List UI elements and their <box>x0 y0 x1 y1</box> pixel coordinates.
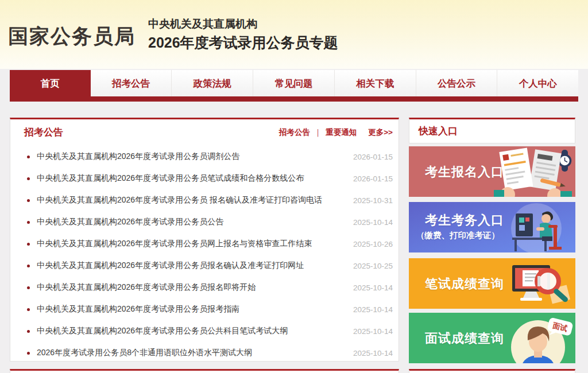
list-item: 中央机关及其直属机构2026年度考试录用公务员 报名确认及准考证打印咨询电话 2… <box>10 189 399 211</box>
bullet-icon <box>27 243 30 246</box>
list-item: 中央机关及其直属机构2026年度考试录用公务员报名即将开始 2025-10-14 <box>10 277 399 298</box>
announcement-date: 2026-01-15 <box>353 153 393 161</box>
bullet-icon <box>27 286 30 289</box>
list-item: 中央机关及其直属机构2026年度考试录用公务员笔试成绩和合格分数线公布 2026… <box>10 168 399 189</box>
bullet-icon <box>27 265 30 267</box>
announcements-tab-link[interactable]: 招考公告 <box>279 127 310 138</box>
tab-notices[interactable]: 公告公示 <box>416 70 498 96</box>
announcement-date: 2025-10-14 <box>353 283 393 292</box>
announcement-link[interactable]: 2026年度考试录用公务员8个非通用语职位外语水平测试大纲 <box>37 348 346 358</box>
bullet-icon <box>27 177 30 180</box>
list-item: 中央机关及其直属机构2026年度考试录用公务员公共科目笔试考试大纲 2025-1… <box>10 320 399 342</box>
nav-bottom-strip <box>10 96 578 102</box>
tab-faq[interactable]: 常见问题 <box>253 70 335 96</box>
registration-papers-icon <box>489 146 575 197</box>
tab-home[interactable]: 首页 <box>10 70 91 96</box>
announcement-date: 2025-10-14 <box>353 349 393 358</box>
list-item: 中央机关及其直属机构2026年度考试录用公务员报考指南 2025-10-14 <box>10 298 399 320</box>
bullet-icon <box>27 308 30 311</box>
list-item: 中央机关及其直属机构2026年度考试录用公务员调剂公告 2026-01-15 <box>10 146 399 168</box>
announcement-link[interactable]: 中央机关及其直属机构2026年度考试录用公务员报名即将开始 <box>37 282 346 293</box>
announcement-date: 2025-10-31 <box>353 196 393 205</box>
announcement-link[interactable]: 中央机关及其直属机构2026年度考试录用公务员笔试成绩和合格分数线公布 <box>37 173 346 184</box>
list-item: 中央机关及其直属机构2026年度考试录用公务员公告 2025-10-14 <box>10 211 399 233</box>
site-logo[interactable]: 国家公务员局 <box>8 23 136 50</box>
nav-tabs: 首页 招考公告 政策法规 常见问题 相关下载 公告公示 个人中心 <box>10 70 578 96</box>
main-nav: 首页 招考公告 政策法规 常见问题 相关下载 公告公示 个人中心 <box>10 70 578 102</box>
score-search-monitor-icon <box>489 258 575 309</box>
announcement-link[interactable]: 中央机关及其直属机构2026年度考试录用公务员公共科目笔试考试大纲 <box>37 326 346 336</box>
header-subtitle: 中央机关及其直属机构 <box>148 17 257 32</box>
announcement-link[interactable]: 中央机关及其直属机构2026年度考试录用公务员 报名确认及准考证打印咨询电话 <box>37 195 346 205</box>
announcements-header-links: 招考公告 ｜ 重要通知 更多>> <box>279 127 393 138</box>
announcements-header: 招考公告 招考公告 ｜ 重要通知 更多>> <box>10 119 399 145</box>
interview-avatar-icon: 面试 <box>489 313 575 363</box>
list-item: 2026年度考试录用公务员8个非通用语职位外语水平测试大纲 2025-10-14 <box>10 342 399 362</box>
next-section-left <box>10 369 399 373</box>
interview-score-query-button[interactable]: 面试成绩查询 面试 <box>409 313 575 363</box>
button-sublabel: （缴费、打印准考证） <box>416 230 500 241</box>
announcement-date: 2025-10-14 <box>353 218 393 227</box>
important-notices-tab-link[interactable]: 重要通知 <box>326 127 357 138</box>
bullet-icon <box>27 199 30 202</box>
tab-policies[interactable]: 政策法规 <box>172 70 253 96</box>
announcement-date: 2026-01-15 <box>353 174 393 183</box>
list-item: 中央机关及其直属机构2026年度考试录用公务员网上报名与资格审查工作结束 202… <box>10 233 399 255</box>
bullet-icon <box>27 221 30 224</box>
tab-downloads[interactable]: 相关下载 <box>335 70 416 96</box>
computer-desk-icon <box>489 202 575 252</box>
tab-personal-center[interactable]: 个人中心 <box>497 70 578 96</box>
site-header: 国家公务员局 中央机关及其直属机构 2026年度考试录用公务员专题 <box>0 0 588 69</box>
bullet-icon <box>27 352 30 355</box>
announcement-link[interactable]: 中央机关及其直属机构2026年度考试录用公务员报名确认及准考证打印网址 <box>37 261 346 271</box>
announcements-panel: 招考公告 招考公告 ｜ 重要通知 更多>> 中央机关及其直属机构2026年度考试… <box>10 118 399 362</box>
announcement-date: 2025-10-14 <box>353 305 393 314</box>
announcement-date: 2025-10-14 <box>353 327 393 336</box>
announcements-list: 中央机关及其直属机构2026年度考试录用公务员调剂公告 2026-01-15 中… <box>10 145 399 362</box>
announcement-link[interactable]: 中央机关及其直属机构2026年度考试录用公务员报考指南 <box>37 304 346 314</box>
written-exam-score-query-button[interactable]: 笔试成绩查询 <box>409 258 575 309</box>
tab-announcements[interactable]: 招考公告 <box>91 70 172 96</box>
announcement-link[interactable]: 中央机关及其直属机构2026年度考试录用公务员网上报名与资格审查工作结束 <box>37 239 346 249</box>
header-links-divider: ｜ <box>314 127 322 138</box>
announcement-date: 2025-10-25 <box>353 262 393 270</box>
announcement-date: 2025-10-26 <box>353 240 393 248</box>
quick-entry-title: 快速入口 <box>419 125 458 138</box>
quick-entry-panel: 快速入口 <box>409 118 575 143</box>
page-title: 2026年度考试录用公务员专题 <box>148 33 338 52</box>
bullet-icon <box>27 330 30 333</box>
announcement-link[interactable]: 中央机关及其直属机构2026年度考试录用公务员调剂公告 <box>37 151 346 162</box>
bullet-icon <box>27 156 30 158</box>
announcement-link[interactable]: 中央机关及其直属机构2026年度考试录用公务员公告 <box>37 217 346 227</box>
next-section-right <box>409 369 575 373</box>
candidate-exam-affairs-entry-button[interactable]: 考生考务入口 （缴费、打印准考证） <box>409 202 575 252</box>
list-item: 中央机关及其直属机构2026年度考试录用公务员报名确认及准考证打印网址 2025… <box>10 255 399 277</box>
more-link[interactable]: 更多>> <box>368 127 393 138</box>
candidate-registration-entry-button[interactable]: 考生报名入口 <box>409 146 575 197</box>
announcements-title: 招考公告 <box>24 126 63 139</box>
